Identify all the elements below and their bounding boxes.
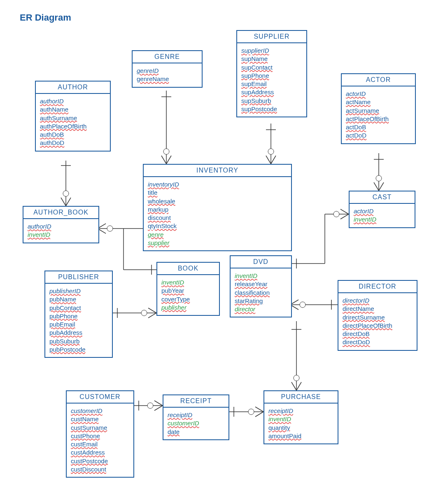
svg-line-16 [166,156,171,164]
attr-authPlaceOfBirth: authPlaceOfBirth [40,122,106,131]
attr-supEmail: supEmail [241,80,302,88]
attr-custDiscount: custDiscount [71,465,129,474]
entity-author: AUTHORauthorIDauthNameauthSurnameauthPla… [35,81,111,152]
entity-body: supplierIDsupNamesupContactsupPhonesupEm… [237,43,306,117]
attr-directDoD: directDoD [343,338,413,346]
attr-actName: actName [346,98,411,106]
entity-receipt: RECEIPTreceiptIDcustomerIDdate [163,394,229,440]
attr-supSuburb: supSuburb [241,97,302,105]
entity-inventory: INVENTORYinventoryIDtitlewholesalemarkup… [143,164,292,251]
svg-line-47 [291,382,296,390]
attr-genreID: genreID [137,67,198,75]
attr-actSurname: actSurname [346,107,411,115]
attr-pubSuburb: pubSuburb [49,337,108,345]
entity-header: PURCHASE [264,391,338,404]
attr-customerID: customerID [71,407,129,415]
entity-body: inventoryIDtitlewholesalemarkupdiscountq… [144,177,291,250]
er-diagram-canvas: ER Diagram [0,0,443,504]
entity-dvd: DVDinventIDreleaseYearclassificationstar… [230,255,292,317]
attr-supplier: supplier [148,239,287,247]
attr-receiptID: receiptID [168,411,224,419]
attr-genre: genre [148,231,287,239]
attr-amountPaid: amountPaid [268,432,333,440]
attr-publisherID: publisherID [49,287,108,295]
attr-quantity: quantity [268,424,333,432]
svg-point-22 [268,149,274,154]
svg-point-59 [147,403,153,408]
attr-markup: markup [148,205,287,214]
attr-supPhone: supPhone [241,72,302,80]
attr-drirectSurname: drirectSurname [343,313,413,322]
entity-supplier: SUPPLIERsupplierIDsupNamesupContactsupPh… [236,30,307,117]
attr-inventID: inventID [28,231,94,239]
entity-body: inventIDpubYearcoverTypepublisher [157,275,219,315]
page-title: ER Diagram [20,12,71,23]
entity-header: INVENTORY [144,165,291,177]
svg-point-49 [294,375,299,381]
entity-body: customerIDcustNamecustSurnamecustPhonecu… [67,404,133,477]
attr-directName: directName [343,305,413,313]
attr-receiptID: receiptID [268,407,333,415]
svg-point-39 [141,310,147,316]
attr-director: director [235,305,287,313]
entity-body: authorIDinventID [23,219,98,243]
svg-line-21 [271,156,276,164]
entity-body: receiptIDcustomerIDdate [163,408,228,439]
attr-directDoB: directDoB [343,330,413,338]
entity-header: CUSTOMER [67,391,133,404]
svg-point-27 [376,175,382,181]
attr-actorID: actorID [354,207,410,215]
svg-line-58 [154,406,163,411]
attr-directPlaceOfBirth: directPlaceOfBirth [343,322,413,330]
attr-qtyInStock: qtyInStock [148,222,287,230]
svg-line-37 [148,308,156,313]
entity-header: AUTHOR_BOOK [23,207,98,219]
svg-line-57 [154,401,163,406]
attr-publisher: publisher [161,303,215,312]
entity-genre: GENREgenreIDgenreName [132,50,203,88]
entity-header: CAST [350,191,415,204]
entity-body: directorIDdirectNamedrirectSurnamedirect… [338,293,417,350]
attr-custEmail: custEmail [71,440,129,448]
attr-directorID: directorID [343,296,413,305]
entity-header: DIRECTOR [338,281,417,293]
svg-line-38 [148,313,156,318]
attr-discount: discount [148,214,287,222]
svg-line-26 [379,182,384,191]
svg-line-32 [340,214,349,219]
attr-custName: custName [71,415,129,423]
entity-header: AUTHOR [36,82,110,94]
entity-body: authorIDauthNameauthSurnameauthPlaceOfBi… [36,94,110,151]
svg-line-31 [340,209,349,214]
entity-customer: CUSTOMERcustomerIDcustNamecustSurnamecus… [66,390,134,478]
attr-title: title [148,189,287,197]
svg-line-53 [255,412,263,417]
attr-pubPostcode: pubPostcode [49,345,108,354]
attr-pubContact: pubContact [49,304,108,312]
svg-point-4 [63,191,69,196]
entity-body: inventIDreleaseYearclassificationstarRat… [231,268,291,317]
entity-body: genreIDgenreName [133,63,202,87]
entity-publisher: PUBLISHERpublisherIDpubNamepubContactpub… [44,271,113,358]
attr-custPostcode: custPostcode [71,457,129,465]
svg-point-17 [163,149,169,154]
svg-point-33 [333,211,339,217]
entity-body: publisherIDpubNamepubContactpubPhonepubE… [45,284,112,357]
svg-line-15 [161,156,166,164]
attr-wholesale: wholesale [148,197,287,205]
attr-actDoD: actDoD [346,131,411,140]
attr-supAddress: supAddress [241,88,302,96]
entity-header: RECEIPT [163,395,228,408]
attr-coverType: coverType [161,295,215,303]
entity-author_book: AUTHOR_BOOKauthorIDinventID [23,206,99,243]
attr-genreName: genreName [137,75,198,83]
attr-authorID: authorID [28,222,94,231]
attr-inventID: inventID [161,278,215,287]
svg-line-2 [61,198,66,206]
entity-header: GENRE [133,51,202,63]
attr-releaseYear: releaseYear [235,280,287,288]
entity-purchase: PURCHASEreceiptIDinventIDquantityamountP… [263,390,338,444]
attr-authName: authName [40,105,106,114]
attr-actorID: actorID [346,90,411,98]
entity-header: ACTOR [342,74,415,86]
